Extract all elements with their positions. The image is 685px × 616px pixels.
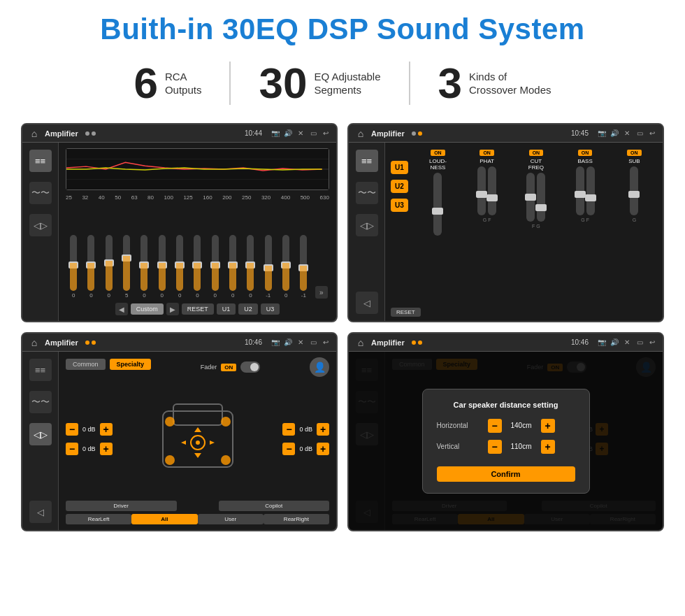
driver-btn[interactable]: Driver xyxy=(66,501,177,511)
app-name-4: Amplifier xyxy=(371,338,405,347)
toggle-sub[interactable]: ON xyxy=(627,150,642,156)
back-icon-2[interactable]: ↩ xyxy=(647,129,657,138)
close-icon-3: ✕ xyxy=(296,338,305,348)
slider-sub[interactable] xyxy=(630,166,638,215)
tab-common[interactable]: Common xyxy=(66,359,106,370)
horizontal-plus-btn[interactable]: + xyxy=(541,419,555,433)
toggle-bass[interactable]: ON xyxy=(578,150,593,156)
battery-icon-1: ▭ xyxy=(308,129,318,138)
preset-u1[interactable]: U1 xyxy=(391,161,408,174)
back-icon-1[interactable]: ↩ xyxy=(321,129,331,138)
play-btn[interactable]: ▶ xyxy=(166,303,179,315)
eq-graph xyxy=(66,148,329,190)
slider-track-0[interactable] xyxy=(70,235,77,291)
nav-eq-icon[interactable]: ≡≡ xyxy=(29,150,52,172)
slider-track-4[interactable] xyxy=(140,235,147,291)
all-btn[interactable]: All xyxy=(131,514,197,524)
fader-toggle[interactable]: ON xyxy=(221,364,236,371)
db-plus-2[interactable]: + xyxy=(317,423,329,436)
slider-cutfreq-f[interactable] xyxy=(526,173,535,222)
slider-loudness[interactable] xyxy=(433,173,442,236)
db-plus-0[interactable]: + xyxy=(100,423,113,436)
preset-u3[interactable]: U3 xyxy=(391,199,408,212)
status-dots-3 xyxy=(85,341,96,345)
u3-btn[interactable]: U3 xyxy=(261,303,280,315)
eq-slider-3: 5 xyxy=(119,235,134,299)
nav-wave-icon-2[interactable]: 〜〜 xyxy=(356,182,378,204)
slider-phat-f[interactable] xyxy=(488,166,496,215)
nav-eq-icon-2[interactable]: ≡≡ xyxy=(356,150,378,172)
screen-crossover-card: ⌂ Amplifier 10:45 📷 🔊 ✕ ▭ ↩ ≡≡ xyxy=(347,123,664,322)
slider-track-5[interactable] xyxy=(159,235,166,291)
back-icon-4[interactable]: ↩ xyxy=(647,338,657,348)
slider-track-2[interactable] xyxy=(106,235,113,291)
u2-btn[interactable]: U2 xyxy=(238,303,258,315)
custom-btn[interactable]: Custom xyxy=(131,303,164,315)
rearleft-btn[interactable]: RearLeft xyxy=(66,514,131,524)
slider-track-6[interactable] xyxy=(176,235,183,291)
home-icon-2[interactable]: ⌂ xyxy=(354,127,367,140)
bottom-buttons-row1: Driver Copilot xyxy=(66,501,329,511)
eq-slider-5: 0 xyxy=(154,235,170,299)
svg-rect-5 xyxy=(173,404,222,425)
slider-track-7[interactable] xyxy=(194,235,201,291)
slider-track-12[interactable] xyxy=(282,235,289,291)
nav-vol-icon-3[interactable]: ◁ xyxy=(29,501,52,523)
fader-slider[interactable] xyxy=(240,361,260,373)
slider-track-9[interactable] xyxy=(229,235,236,291)
user-btn[interactable]: User xyxy=(198,514,264,524)
slider-phat-g[interactable] xyxy=(477,166,486,215)
screen-eq-body: ≡≡ 〜〜 ◁▷ xyxy=(22,143,336,321)
profile-btn[interactable]: 👤 xyxy=(310,357,329,377)
slider-track-1[interactable] xyxy=(87,235,94,291)
horizontal-minus-btn[interactable]: − xyxy=(488,419,502,433)
rearright-btn[interactable]: RearRight xyxy=(264,514,329,524)
nav-wave-icon[interactable]: 〜〜 xyxy=(29,182,52,204)
copilot-btn[interactable]: Copilot xyxy=(219,501,330,511)
toggle-cutfreq[interactable]: ON xyxy=(529,150,544,156)
nav-speaker-icon[interactable]: ◁▷ xyxy=(29,214,52,236)
home-icon-1[interactable]: ⌂ xyxy=(28,127,41,140)
db-minus-2[interactable]: − xyxy=(282,423,295,436)
vertical-plus-btn[interactable]: + xyxy=(541,440,555,454)
slider-track-10[interactable] xyxy=(247,235,254,291)
nav-vol-icon-2[interactable]: ◁ xyxy=(356,292,378,314)
app-name-1: Amplifier xyxy=(45,129,78,138)
nav-wave-icon-3[interactable]: 〜〜 xyxy=(29,391,52,413)
vertical-minus-btn[interactable]: − xyxy=(488,440,502,454)
db-minus-3[interactable]: − xyxy=(282,443,295,455)
slider-track-8[interactable] xyxy=(212,235,219,291)
slider-bass-f[interactable] xyxy=(586,166,595,215)
expand-btn[interactable]: » xyxy=(315,286,328,299)
u1-btn[interactable]: U1 xyxy=(217,303,236,315)
db-minus-1[interactable]: − xyxy=(66,443,78,455)
confirm-button[interactable]: Confirm xyxy=(437,466,575,482)
nav-speaker-icon-3[interactable]: ◁▷ xyxy=(29,423,52,445)
db-value-1: 0 dB xyxy=(82,445,96,452)
slider-bass-g[interactable] xyxy=(576,166,584,215)
status-dots-1 xyxy=(85,131,96,136)
crossover-area: U1 U2 U3 ON LOUD-NESS O xyxy=(385,143,663,321)
preset-u2[interactable]: U2 xyxy=(391,180,408,193)
home-icon-3[interactable]: ⌂ xyxy=(28,336,41,349)
toggle-phat[interactable]: ON xyxy=(480,150,494,156)
nav-eq-icon-3[interactable]: ≡≡ xyxy=(29,359,52,381)
crossover-reset-btn[interactable]: RESET xyxy=(391,308,421,317)
slider-cutfreq-g[interactable] xyxy=(537,173,545,222)
db-plus-1[interactable]: + xyxy=(100,443,113,455)
nav-speaker-icon-2[interactable]: ◁▷ xyxy=(356,214,378,236)
toggle-loudness[interactable]: ON xyxy=(431,150,445,156)
tab-specialty[interactable]: Specialty xyxy=(110,359,152,370)
db-plus-3[interactable]: + xyxy=(317,443,329,455)
slider-track-13[interactable] xyxy=(300,235,307,291)
home-icon-4[interactable]: ⌂ xyxy=(354,336,367,349)
db-minus-0[interactable]: − xyxy=(66,423,78,436)
channel-cutfreq: ON CUTFREQ F G xyxy=(513,150,558,229)
car-diagram xyxy=(118,381,277,496)
back-icon-3[interactable]: ↩ xyxy=(321,338,331,348)
slider-track-11[interactable] xyxy=(265,235,272,291)
slider-track-3[interactable] xyxy=(123,235,130,291)
prev-btn[interactable]: ◀ xyxy=(115,303,128,315)
stat-text-crossover: Kinds ofCrossover Modes xyxy=(469,70,551,97)
reset-btn[interactable]: RESET xyxy=(182,303,214,315)
